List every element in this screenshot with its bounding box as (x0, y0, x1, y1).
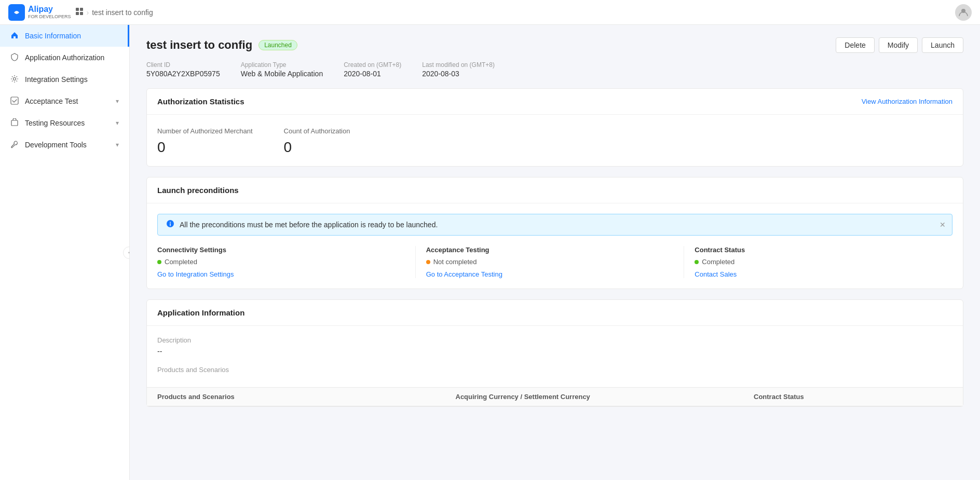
logo-sub: FOR DEVELOPERS (28, 14, 71, 20)
page-header: test insert to config Launched Delete Mo… (146, 37, 963, 53)
sidebar-item-application-authorization[interactable]: Application Authorization (0, 47, 129, 68)
logo: Alipay FOR DEVELOPERS (8, 4, 71, 21)
acceptance-status-text: Not completed (433, 258, 477, 266)
svg-rect-3 (76, 12, 79, 15)
acceptance-link[interactable]: Go to Acceptance Testing (426, 270, 502, 278)
delete-button[interactable]: Delete (836, 37, 874, 53)
app-type-label: Application Type (241, 61, 323, 68)
topbar: Alipay FOR DEVELOPERS › test insert to c… (0, 0, 980, 25)
topbar-right (955, 4, 972, 21)
svg-rect-7 (11, 97, 18, 104)
user-avatar[interactable] (955, 4, 972, 21)
auth-stats-body: Number of Authorized Merchant 0 Count of… (147, 115, 963, 166)
created-label: Created on (GMT+8) (344, 61, 401, 68)
layout: Basic Information Application Authorizat… (0, 25, 980, 480)
contract-label: Contract Status (695, 246, 942, 254)
breadcrumb-home-icon[interactable] (75, 7, 84, 17)
launch-preconditions-title: Launch preconditions (157, 186, 239, 195)
svg-point-6 (13, 78, 16, 80)
acceptance-col: Acceptance Testing Not completed Go to A… (426, 246, 685, 278)
contract-link[interactable]: Contact Sales (695, 270, 737, 278)
table-col3-header: Contract Status (754, 393, 952, 401)
sidebar: Basic Information Application Authorizat… (0, 25, 130, 480)
authorization-value: 0 (284, 139, 350, 156)
alert-close-button[interactable]: ✕ (940, 221, 946, 229)
sidebar-item-development-tools[interactable]: Development Tools ▾ (0, 134, 129, 156)
logo-text: Alipay (28, 5, 53, 13)
svg-rect-8 (11, 120, 18, 126)
chevron-down-icon-dev: ▾ (116, 141, 119, 148)
shield-icon (10, 53, 20, 62)
connectivity-label: Connectivity Settings (157, 246, 405, 254)
app-info-header: Application Information (147, 300, 963, 326)
preconditions-grid: Connectivity Settings Completed Go to In… (157, 246, 952, 278)
auth-stats-card: Authorization Statistics View Authorizat… (146, 88, 963, 167)
chevron-down-icon-testing: ▾ (116, 119, 119, 127)
chevron-down-icon: ▾ (116, 98, 119, 105)
launch-button[interactable]: Launch (922, 37, 963, 53)
page-actions: Delete Modify Launch (836, 37, 963, 53)
merchant-label: Number of Authorized Merchant (157, 127, 253, 135)
authorization-label: Count of Authorization (284, 127, 350, 135)
topbar-left: Alipay FOR DEVELOPERS › test insert to c… (8, 4, 153, 21)
merchant-value: 0 (157, 139, 253, 156)
modified-value: 2020-08-03 (422, 70, 459, 78)
acceptance-label: Acceptance Testing (426, 246, 674, 254)
meta-app-type: Application Type Web & Mobile Applicatio… (241, 61, 323, 78)
products-label: Products and Scenarios (157, 366, 952, 374)
info-icon (166, 220, 174, 230)
contract-col: Contract Status Completed Contact Sales (695, 246, 952, 278)
page-title-area: test insert to config Launched (146, 38, 297, 52)
svg-rect-1 (76, 8, 79, 11)
tool-icon (10, 140, 20, 149)
logo-text-area: Alipay FOR DEVELOPERS (28, 5, 71, 20)
page-title: test insert to config (146, 38, 252, 52)
table-col1-header: Products and Scenarios (157, 393, 456, 401)
connectivity-status-row: Completed (157, 258, 405, 266)
client-id-value: 5Y080A2Y2XBP05975 (146, 70, 220, 78)
breadcrumb: › test insert to config (75, 7, 153, 17)
check-icon (10, 97, 20, 106)
info-alert: All the preconditions must be met before… (157, 214, 952, 236)
sidebar-item-basic-information[interactable]: Basic Information (0, 25, 129, 47)
box-icon (10, 118, 20, 128)
description-value: -- (157, 347, 952, 355)
collapse-icon: ‹ (128, 250, 130, 255)
svg-rect-4 (80, 12, 83, 15)
gear-icon (10, 75, 20, 84)
client-id-label: Client ID (146, 61, 220, 68)
status-badge: Launched (258, 40, 297, 50)
meta-info: Client ID 5Y080A2Y2XBP05975 Application … (146, 61, 963, 78)
launch-preconditions-header: Launch preconditions (147, 177, 963, 203)
sidebar-item-integration-settings[interactable]: Integration Settings (0, 68, 129, 90)
breadcrumb-current: test insert to config (92, 8, 153, 17)
sidebar-item-integration-settings-label: Integration Settings (25, 75, 88, 84)
authorization-stat: Count of Authorization 0 (284, 127, 350, 156)
modify-button[interactable]: Modify (879, 37, 918, 53)
app-info-title: Application Information (157, 308, 244, 317)
sidebar-item-testing-resources[interactable]: Testing Resources ▾ (0, 112, 129, 134)
alert-text: All the preconditions must be met before… (180, 221, 438, 229)
auth-stats-header: Authorization Statistics View Authorizat… (147, 89, 963, 115)
connectivity-status-dot (157, 260, 161, 264)
acceptance-status-row: Not completed (426, 258, 674, 266)
view-auth-link[interactable]: View Authorization Information (862, 98, 952, 105)
launch-preconditions-body: All the preconditions must be met before… (147, 203, 963, 289)
auth-stats-title: Authorization Statistics (157, 97, 244, 106)
contract-status-row: Completed (695, 258, 942, 266)
contract-status-dot (695, 260, 699, 264)
created-value: 2020-08-01 (344, 70, 381, 78)
meta-modified: Last modified on (GMT+8) 2020-08-03 (422, 61, 495, 78)
acceptance-status-dot (426, 260, 430, 264)
breadcrumb-separator: › (87, 8, 89, 17)
modified-label: Last modified on (GMT+8) (422, 61, 495, 68)
home-icon (10, 31, 20, 40)
connectivity-link[interactable]: Go to Integration Settings (157, 270, 234, 278)
app-info-card: Application Information Description -- P… (146, 299, 963, 407)
svg-rect-2 (80, 8, 83, 11)
sidebar-item-acceptance-test[interactable]: Acceptance Test ▾ (0, 90, 129, 112)
sidebar-item-application-authorization-label: Application Authorization (25, 53, 104, 62)
sidebar-toggle[interactable]: ‹ (123, 246, 130, 259)
logo-icon (8, 4, 25, 21)
sidebar-item-testing-resources-label: Testing Resources (25, 119, 85, 127)
